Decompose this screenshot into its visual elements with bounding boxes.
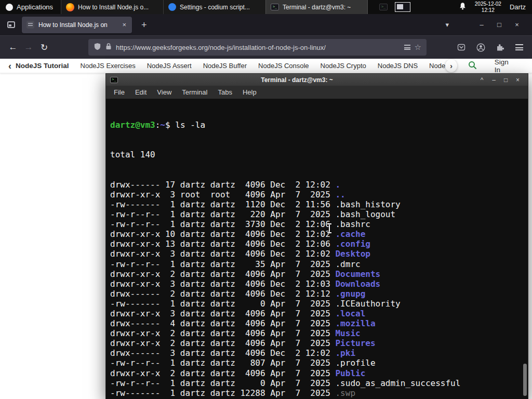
toolbar-right-icons [454, 39, 527, 55]
clock-date: 2025-12-02 [475, 1, 501, 7]
firefox-view-icon[interactable] [7, 21, 15, 28]
terminal-line: drwxr-xr-x 13 dartz dartz 4096 Dec 2 12:… [110, 239, 528, 249]
taskbar-label: Terminal - dartz@vm3: ~ [283, 4, 351, 11]
subnav-item-console[interactable]: NodeJS Console [258, 62, 309, 70]
sign-in-button[interactable]: Sign In [495, 58, 514, 74]
menu-file[interactable]: File [109, 88, 130, 96]
tracking-shield-icon[interactable] [94, 43, 101, 52]
menu-hamburger-icon[interactable] [511, 39, 527, 55]
file-name: .gnupg [335, 289, 365, 299]
menu-tabs[interactable]: Tabs [212, 88, 237, 96]
notification-bell-icon[interactable] [459, 2, 467, 12]
terminal-menubar: File Edit View Terminal Tabs Help [105, 86, 528, 99]
file-name: .bash_logout [335, 209, 395, 219]
reload-button[interactable]: ↻ [36, 39, 52, 55]
subnav-item-tutorial[interactable]: NodeJS Tutorial [16, 62, 69, 70]
terminal-line: drwxr-xr-x 3 dartz dartz 4096 Apr 7 2025… [110, 309, 528, 318]
subnav-item-truncated[interactable]: Node [429, 62, 445, 70]
back-button[interactable]: ← [5, 39, 21, 55]
url-bar[interactable]: https://www.geeksforgeeks.org/node-js/in… [88, 39, 427, 56]
terminal-line: -rw------- 1 dartz dartz 0 Apr 7 2025 .I… [110, 299, 528, 309]
file-name: .config [335, 239, 370, 249]
forward-button[interactable]: → [21, 39, 36, 55]
extensions-icon[interactable] [492, 39, 508, 55]
taskbar-label: How to Install Node.js o... [78, 4, 149, 11]
search-icon[interactable] [468, 60, 477, 72]
terminal-line: drwx------ 3 dartz dartz 4096 Dec 2 12:0… [110, 348, 528, 358]
menu-edit[interactable]: Edit [130, 88, 152, 96]
terminal-output[interactable]: dartz@vm3:~$ ls -la total 140 drwx------… [105, 99, 528, 399]
applications-menu-button[interactable]: Applications [0, 0, 59, 14]
menu-help[interactable]: Help [237, 88, 262, 96]
file-name: . [335, 180, 340, 190]
window-controls: ▾ – □ × [445, 21, 526, 29]
terminal-line: -rw------- 1 dartz dartz 12288 Apr 7 202… [110, 388, 528, 398]
terminal-titlebar[interactable]: >_ Terminal - dartz@vm3: ~ ^ – □ × [105, 73, 528, 86]
lock-icon[interactable] [105, 43, 112, 52]
list-all-tabs-icon[interactable]: ▾ [445, 21, 449, 29]
terminal-line: drwxr-xr-x 2 dartz dartz 4096 Apr 7 2025… [110, 328, 528, 338]
subnav-item-buffer[interactable]: NodeJS Buffer [203, 62, 247, 70]
terminal-line: drwxr-xr-x 3 root root 4096 Apr 7 2025 .… [110, 190, 528, 200]
file-name: .bash_history [335, 200, 400, 209]
file-name: .bashrc [335, 219, 370, 229]
panel-indicators: 2025-12-02 12:12 Dartz [459, 1, 532, 13]
account-icon[interactable] [473, 39, 488, 55]
terminal-line: drwxr-xr-x 2 dartz dartz 4096 Apr 7 2025… [110, 269, 528, 279]
tab-close-icon[interactable]: × [121, 21, 127, 29]
terminal-window: >_ Terminal - dartz@vm3: ~ ^ – □ × File … [105, 73, 528, 399]
subnav-item-dns[interactable]: NodeJS DNS [378, 62, 418, 70]
terminal-line: -rw-r--r-- 1 dartz dartz 0 Apr 7 2025 .s… [110, 378, 528, 388]
tray-terminal-icon[interactable]: >_ [379, 4, 388, 10]
file-name: Music [335, 328, 360, 338]
file-name: Downloads [335, 279, 380, 289]
minimize-button[interactable]: – [473, 21, 490, 29]
maximize-button[interactable]: □ [490, 21, 508, 29]
user-menu[interactable]: Dartz [510, 3, 526, 11]
url-text: https://www.geeksforgeeks.org/node-js/in… [116, 44, 400, 51]
terminal-line: drwxr-xr-x 2 dartz dartz 4096 Apr 7 2025… [110, 338, 528, 348]
terminal-title: Terminal - dartz@vm3: ~ [118, 76, 476, 84]
taskbar-label: Settings - codium script... [180, 4, 250, 11]
menu-view[interactable]: View [152, 88, 177, 96]
nav-scroll-left-icon[interactable]: ‹ [8, 62, 11, 70]
terminal-line: drwx------ 4 dartz dartz 4096 Apr 7 2025… [110, 318, 528, 328]
site-subnav: ‹ NodeJS Tutorial NodeJS Exercises NodeJ… [0, 59, 532, 73]
file-name: .cache [335, 229, 365, 239]
file-name: Pictures [335, 338, 375, 348]
taskbar-button-terminal[interactable]: >_ Terminal - dartz@vm3: ~ [265, 0, 368, 14]
clock-time: 12:12 [475, 7, 501, 14]
subnav-item-exercises[interactable]: NodeJS Exercises [81, 62, 136, 70]
file-name: .dmrc [335, 259, 360, 269]
terminal-listing: drwx------ 17 dartz dartz 4096 Dec 2 12:… [110, 180, 528, 399]
pocket-icon[interactable] [454, 39, 469, 55]
new-tab-button[interactable]: + [138, 19, 150, 31]
prompt-command: ls -la [175, 120, 205, 130]
system-tray: >_ [379, 2, 410, 12]
close-button[interactable]: × [508, 21, 526, 29]
browser-tab-active[interactable]: How to Install Node.js on × [22, 17, 132, 33]
terminal-maximize-button[interactable]: □ [500, 76, 512, 84]
bookmark-star-icon[interactable]: ☆ [415, 43, 421, 52]
workspace-switcher[interactable] [395, 2, 410, 12]
mouse-ibeam-cursor [329, 224, 330, 232]
terminal-line: drwxr-xr-x 3 dartz dartz 4096 Dec 2 12:0… [110, 279, 528, 289]
file-name: Desktop [335, 249, 370, 259]
terminal-close-button[interactable]: × [512, 76, 524, 84]
panel-clock[interactable]: 2025-12-02 12:12 [475, 1, 501, 13]
taskbar-button-codium[interactable]: Settings - codium script... [163, 0, 265, 14]
reader-view-icon[interactable] [404, 45, 410, 50]
terminal-window-icon: >_ [110, 77, 118, 83]
file-name: Documents [335, 269, 380, 279]
subnav-item-crypto[interactable]: NodeJS Crypto [321, 62, 366, 70]
menu-terminal[interactable]: Terminal [177, 88, 212, 96]
subnav-item-assert[interactable]: NodeJS Assert [147, 62, 192, 70]
file-name: .swp [335, 388, 355, 398]
terminal-shade-button[interactable]: ^ [476, 76, 488, 84]
terminal-total-line: total 140 [110, 150, 528, 159]
nav-scroll-right-icon[interactable]: › [445, 59, 457, 72]
terminal-scrollbar-thumb[interactable] [523, 364, 527, 396]
terminal-minimize-button[interactable]: – [488, 76, 500, 84]
terminal-line: -rw------- 1 dartz dartz 1120 Dec 2 11:5… [110, 200, 528, 209]
taskbar-button-firefox[interactable]: How to Install Node.js o... [61, 0, 163, 14]
